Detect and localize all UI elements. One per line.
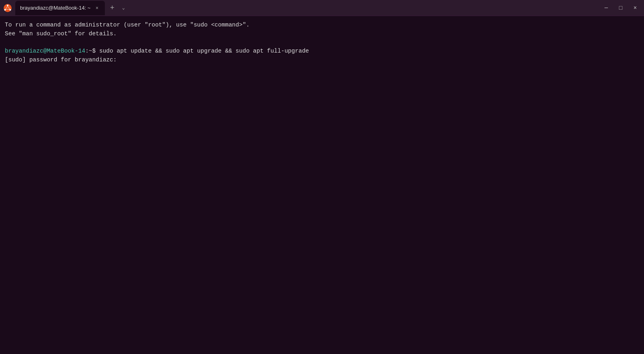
tab-area: brayandiazc@MateBook-14: ~ × + ⌄	[15, 1, 601, 15]
terminal-body[interactable]: To run a command as administrator (user …	[0, 16, 644, 354]
tab-close-button[interactable]: ×	[94, 5, 100, 11]
new-tab-button[interactable]: +	[106, 2, 118, 14]
tab-dropdown-button[interactable]: ⌄	[118, 2, 129, 14]
prompt-user-host: brayandiazc@MateBook-14	[5, 47, 85, 56]
terminal-tab[interactable]: brayandiazc@MateBook-14: ~ ×	[15, 1, 105, 15]
title-bar: brayandiazc@MateBook-14: ~ × + ⌄ ─ □ ×	[0, 0, 644, 16]
maximize-button[interactable]: □	[615, 2, 626, 14]
command-prompt-line: brayandiazc@MateBook-14:~$ sudo apt upda…	[5, 47, 639, 56]
svg-point-1	[7, 4, 8, 6]
blank-line	[5, 39, 639, 47]
prompt-dollar: $	[92, 47, 96, 56]
close-window-button[interactable]: ×	[630, 2, 641, 14]
sudo-password-line: [sudo] password for brayandiazc:	[5, 56, 639, 65]
info-line-1: To run a command as administrator (user …	[5, 21, 639, 30]
minimize-button[interactable]: ─	[601, 2, 612, 14]
prompt-path: :~	[85, 47, 92, 56]
window-controls: ─ □ ×	[601, 2, 641, 14]
info-line-2: See "man sudo_root" for details.	[5, 30, 639, 39]
ubuntu-icon	[3, 4, 12, 12]
tab-label: brayandiazc@MateBook-14: ~	[20, 5, 90, 11]
prompt-command: sudo apt update && sudo apt upgrade && s…	[96, 47, 309, 56]
